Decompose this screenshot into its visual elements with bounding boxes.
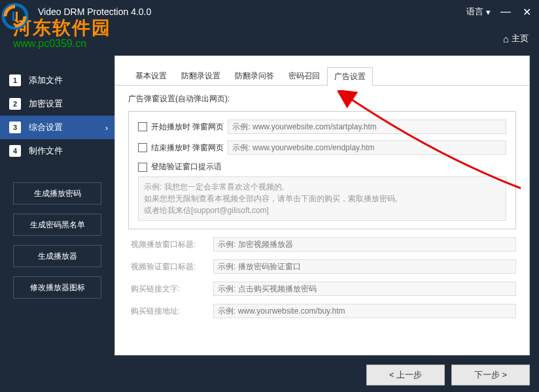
generate-password-button[interactable]: 生成播放密码 <box>13 182 101 204</box>
generate-blacklist-button[interactable]: 生成密码黑名单 <box>13 214 101 236</box>
buy-url-input[interactable] <box>213 304 516 318</box>
section-title: 广告弹窗设置(自动弹出网页): <box>128 93 516 105</box>
app-logo-icon <box>1 3 29 30</box>
popup-settings-group: 开始播放时 弹窗网页 结束播放时 弹窗网页 登陆验证窗口提示语 示例: 我想您一… <box>128 111 516 229</box>
start-popup-checkbox[interactable] <box>138 122 147 131</box>
tab-password-recall[interactable]: 密码召回 <box>281 67 327 85</box>
close-button[interactable]: ✕ <box>521 6 532 18</box>
next-button[interactable]: 下一步 > <box>451 365 530 385</box>
player-title-input[interactable] <box>213 237 516 252</box>
tab-antirecord[interactable]: 防翻录设置 <box>174 67 228 85</box>
buy-text-label: 购买链接文字: <box>131 284 203 295</box>
generate-player-button[interactable]: 生成播放器 <box>13 245 101 267</box>
start-popup-input[interactable] <box>228 120 506 134</box>
sidebar: 1 添加文件 2 加密设置 3 综合设置 › 4 制作文件 生成播放密码 生成密… <box>0 56 114 392</box>
login-hint-checkbox[interactable] <box>138 163 147 172</box>
minimize-button[interactable]: — <box>500 6 512 18</box>
sidebar-item-encryption[interactable]: 2 加密设置 <box>0 92 114 116</box>
svg-rect-2 <box>16 12 18 21</box>
end-popup-label: 结束播放时 弹窗网页 <box>151 142 224 154</box>
end-popup-input[interactable] <box>228 140 506 155</box>
login-hint-textarea[interactable]: 示例: 我想您一定会非常喜欢这个视频的, 如果您想无限制查看本视频全部内容，请单… <box>138 176 506 221</box>
prev-button[interactable]: < 上一步 <box>366 365 445 385</box>
svg-rect-1 <box>12 12 14 21</box>
sidebar-item-add-files[interactable]: 1 添加文件 <box>0 69 114 92</box>
language-selector[interactable]: 语言 ▾ <box>466 6 491 18</box>
tab-basic[interactable]: 基本设置 <box>128 67 174 85</box>
buy-text-input[interactable] <box>213 282 516 296</box>
tab-antirecord-qa[interactable]: 防翻录问答 <box>228 67 281 85</box>
chevron-down-icon: ▾ <box>486 7 491 17</box>
tab-ads[interactable]: 广告设置 <box>327 67 373 86</box>
titlebar: Video DRM Protection 4.0.0 语言 ▾ — ✕ <box>0 0 539 24</box>
verify-title-input[interactable] <box>213 259 516 274</box>
verify-title-label: 视频验证窗口标题: <box>131 261 203 272</box>
modify-player-icon-button[interactable]: 修改播放器图标 <box>13 276 101 299</box>
start-popup-label: 开始播放时 弹窗网页 <box>151 122 224 133</box>
sidebar-item-build[interactable]: 4 制作文件 <box>0 139 114 163</box>
footer-nav: < 上一步 下一步 > <box>366 365 530 385</box>
chevron-right-icon: › <box>105 123 108 133</box>
home-icon: ⌂ <box>503 33 509 44</box>
tabs: 基本设置 防翻录设置 防翻录问答 密码召回 广告设置 <box>115 56 529 86</box>
main-panel: 基本设置 防翻录设置 防翻录问答 密码召回 广告设置 广告弹窗设置(自动弹出网页… <box>114 56 530 355</box>
end-popup-checkbox[interactable] <box>138 143 147 152</box>
app-title: Video DRM Protection 4.0.0 <box>38 7 151 17</box>
home-link[interactable]: ⌂ 主页 <box>503 33 529 44</box>
player-title-label: 视频播放窗口标题: <box>131 239 203 250</box>
buy-url-label: 购买链接地址: <box>131 306 203 317</box>
login-hint-label: 登陆验证窗口提示语 <box>151 161 222 172</box>
sidebar-item-general[interactable]: 3 综合设置 › <box>0 116 114 139</box>
